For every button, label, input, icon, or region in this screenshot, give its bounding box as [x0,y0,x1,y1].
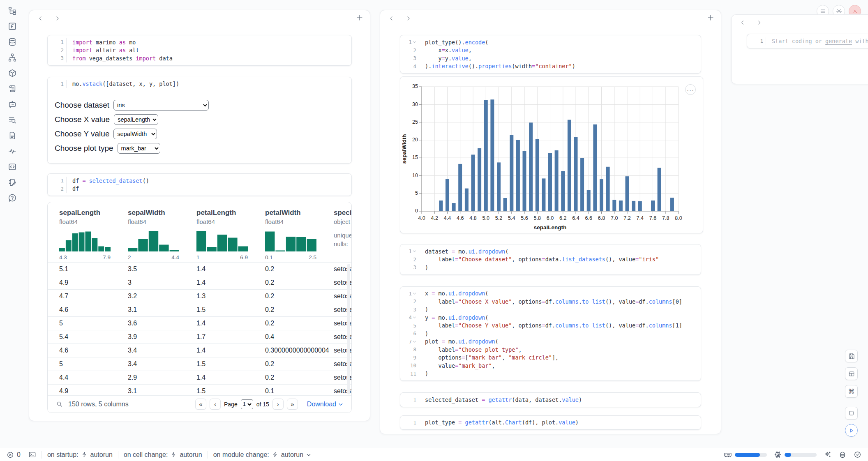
add-cell-icon[interactable] [707,14,714,21]
code-cell-imports[interactable]: 123import marimo as moimport altair as a… [47,35,352,66]
save-button[interactable] [845,350,858,362]
dropdown-choose-y-value[interactable]: sepalWidth [113,129,157,139]
keyboard-shortcuts-button[interactable]: ⌘ [845,385,858,398]
bar-chart[interactable]: 4.04.24.44.64.85.05.25.45.65.86.06.26.46… [400,77,704,234]
right-panel-toolbar [732,15,868,30]
last-page-button[interactable]: » [287,399,298,410]
dropdown-controls: Choose datasetirisChoose X valuesepalLen… [48,91,351,163]
chevron-left-icon[interactable] [740,20,746,25]
fold-caret-icon[interactable] [413,340,416,343]
chevron-right-icon[interactable] [54,15,60,21]
f-square-icon[interactable] [7,21,17,31]
add-cell-icon[interactable] [356,14,363,21]
runtime-config-3[interactable]: on module change:autorun [213,451,311,459]
help-bubble-icon[interactable] [7,193,17,203]
table-cell: 4.9 [59,387,128,395]
svg-text:6.4: 6.4 [572,215,579,221]
notebook-edit-icon[interactable] [7,177,17,187]
search-icon[interactable] [56,401,63,408]
sparkles-icon [824,451,831,459]
table-cell: 3.4 [128,360,196,368]
table-column-header[interactable]: sepalWidthfloat6424.4 [128,209,196,257]
layout-button[interactable] [845,367,858,380]
table-cell: 5 [59,360,128,368]
code-cell-selected-dataset[interactable]: 1selected_dataset = getattr(data, datase… [400,392,701,407]
code-cell-df[interactable]: 12df = selected_dataset()df [47,173,352,196]
scratchpad-button[interactable] [845,407,858,420]
code-line: df [72,185,351,193]
table-column-header[interactable]: petalWidthfloat640.12.5 [265,209,334,257]
dependency-graph-icon[interactable] [7,53,17,62]
svg-text:15: 15 [412,154,418,160]
table-row[interactable]: 5.43.91.70.4setosa [48,330,351,343]
prev-page-button[interactable]: ‹ [210,399,221,410]
fold-caret-icon[interactable] [413,249,416,253]
file-tree-icon[interactable] [7,6,17,16]
fold-caret-icon[interactable] [413,292,416,295]
generate-link[interactable]: generate [825,38,852,44]
error-indicator[interactable]: 0 [7,451,21,459]
dropdown-choose-dataset[interactable]: iris [113,100,209,111]
svg-text:7.8: 7.8 [662,215,669,221]
column-histogram [128,230,179,251]
table-row[interactable]: 4.931.40.2setosa [48,276,351,289]
pulse-icon[interactable] [7,146,17,156]
document-icon[interactable] [7,131,17,141]
code-line: ) [425,263,701,272]
scroll-icon[interactable] [7,84,17,94]
runtime-config-2[interactable]: on cell change:autorun [124,451,202,459]
code-line: label="Choose dataset", options=data.lis… [425,256,701,264]
page-select[interactable]: 1 [241,399,253,409]
chevron-right-icon[interactable] [756,20,762,25]
first-page-button[interactable]: « [195,399,206,410]
table-row[interactable]: 4.42.91.40.2setosa [48,371,351,384]
scratch-code-cell[interactable]: 1 Start coding or generate with [747,34,868,48]
code-cell-vstack[interactable]: 1mo.vstack([dataset, x, y, plot]) [48,77,351,91]
chat-bot-icon[interactable] [7,99,17,109]
code-box-icon[interactable] [7,162,17,172]
code-cell-plot-type-getattr[interactable]: 1plot_type = getattr(alt.Chart(df), plot… [400,415,701,430]
dropdown-choose-x-value[interactable]: sepalLength [114,114,158,125]
download-button[interactable]: Download [307,401,343,408]
run-button[interactable] [845,424,858,437]
table-row[interactable]: 4.63.11.50.2setosa [48,303,351,316]
svg-text:30: 30 [412,101,418,107]
table-cell: 5 [59,320,128,327]
table-column-header[interactable]: petalLengthfloat6416.9 [196,209,265,257]
connection-status-button[interactable] [854,451,861,459]
code-cell-dataset-dropdown[interactable]: 123dataset = mo.ui.dropdown( label="Choo… [400,244,701,275]
fold-caret-icon[interactable] [413,40,416,44]
table-row[interactable]: 53.61.40.2setosa [48,316,351,330]
search-list-icon[interactable] [7,115,17,125]
table-scrollbar[interactable] [347,264,350,394]
chevron-right-icon[interactable] [405,15,411,21]
table-cell: 1.7 [196,333,265,341]
copilot-button[interactable] [838,451,847,459]
ai-assist-button[interactable] [824,451,831,459]
table-row[interactable]: 4.73.21.30.2setosa [48,289,351,303]
svg-text:7.0: 7.0 [611,215,618,221]
column-histogram [196,230,248,251]
table-row[interactable]: 53.41.50.2setosa [48,357,351,371]
command-icon: ⌘ [848,387,855,395]
table-row[interactable]: 5.13.51.40.2setosa [48,262,351,276]
database-icon[interactable] [7,37,17,47]
next-page-button[interactable]: › [272,399,284,410]
table-column-header[interactable]: sepalLengthfloat644.37.9 [59,209,128,257]
terminal-icon [28,451,36,459]
chevron-left-icon[interactable] [388,15,395,21]
svg-text:10: 10 [412,173,418,178]
chevron-left-icon[interactable] [37,15,44,21]
table-column-header[interactable]: speciesobjectunique:nulls: [334,209,351,257]
fold-caret-icon[interactable] [413,316,416,319]
table-row[interactable]: 4.63.41.40.3000000000000004setosa [48,343,351,357]
terminal-button[interactable] [28,451,36,459]
package-icon[interactable] [7,68,17,78]
code-line: label="Choose X value", options=df.colum… [425,297,701,306]
code-cell-xy-plot-dropdowns[interactable]: 1234567891011x = mo.ui.dropdown( label="… [400,286,701,381]
runtime-config-1[interactable]: on startup:autorun [47,451,113,459]
table-cell: 2.9 [128,374,196,381]
dropdown-choose-plot-type[interactable]: mark_bar [118,143,160,154]
code-cell-plot-type[interactable]: 1234plot_type().encode( x=x.value, y=y.v… [400,35,701,74]
chart-menu-button[interactable]: ··· [685,84,696,95]
